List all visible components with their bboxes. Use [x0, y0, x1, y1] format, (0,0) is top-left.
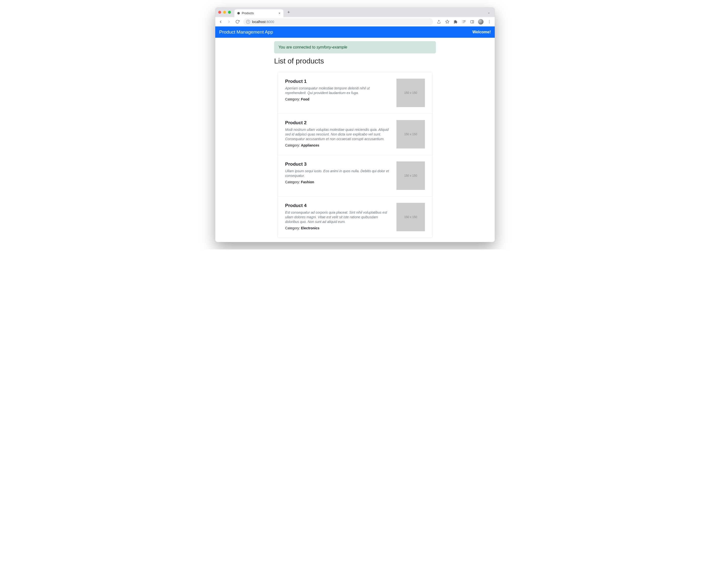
new-tab-button[interactable]: + — [285, 10, 292, 15]
product-row: Product 4Est consequatur ad corporis qui… — [278, 196, 432, 238]
tab-favicon-icon — [237, 12, 240, 15]
category-label: Category: — [285, 143, 301, 147]
category-label: Category: — [285, 97, 301, 101]
reading-list-icon[interactable] — [462, 19, 466, 24]
window-zoom-icon[interactable] — [228, 11, 231, 14]
browser-window: Products × + ⌄ i localhost:8000 — [215, 7, 495, 242]
product-description: Modi nostrum ullam voluptas molestiae qu… — [285, 127, 390, 141]
extensions-icon[interactable] — [453, 19, 458, 24]
share-icon[interactable] — [436, 19, 441, 24]
product-thumbnail-placeholder: 150 x 150 — [397, 162, 425, 190]
svg-rect-5 — [471, 20, 474, 23]
alert-prefix: You are connected to — [279, 45, 316, 49]
product-thumbnail-placeholder: 150 x 150 — [397, 203, 425, 231]
menu-kebab-icon[interactable]: ⋮ — [487, 19, 492, 24]
forward-button[interactable] — [227, 19, 232, 24]
url-host: localhost — [252, 20, 265, 24]
navbar-welcome: Welcome! — [472, 30, 491, 34]
product-description: Aperiam consequatur molestiae tempore de… — [285, 86, 390, 95]
tab-title: Products — [242, 11, 254, 15]
reload-button[interactable] — [235, 19, 240, 24]
address-bar[interactable]: i localhost:8000 — [243, 18, 433, 25]
product-row: Product 3Ullam ipsum sequi iusto. Eos an… — [278, 155, 432, 196]
category-value: Fashion — [301, 180, 314, 184]
traffic-lights — [218, 11, 231, 14]
product-title: Product 1 — [285, 79, 390, 84]
window-close-icon[interactable] — [218, 11, 221, 14]
product-description: Est consequatur ad corporis quia placeat… — [285, 210, 390, 224]
category-value: Food — [301, 97, 309, 101]
back-button[interactable] — [218, 19, 223, 24]
category-label: Category: — [285, 226, 301, 230]
success-alert: You are connected to symfony-example — [274, 41, 436, 53]
product-row: Product 2Modi nostrum ullam voluptas mol… — [278, 114, 432, 155]
product-title: Product 2 — [285, 120, 390, 125]
product-title: Product 4 — [285, 203, 390, 208]
main-container: You are connected to symfony-example Lis… — [274, 38, 436, 242]
window-minimize-icon[interactable] — [223, 11, 226, 14]
browser-toolbar: i localhost:8000 ⋮ — [215, 17, 495, 26]
url-port: :8000 — [265, 20, 274, 24]
category-value: Electronics — [301, 226, 320, 230]
product-title: Product 3 — [285, 162, 390, 167]
tab-close-icon[interactable]: × — [279, 11, 281, 15]
product-row: Product 1Aperiam consequatur molestiae t… — [278, 72, 432, 114]
navbar-brand[interactable]: Product Management App — [219, 29, 273, 35]
alert-database: symfony-example — [316, 45, 347, 49]
side-panel-icon[interactable] — [470, 19, 475, 24]
page-title: List of products — [274, 57, 436, 65]
browser-tab[interactable]: Products × — [234, 9, 283, 17]
page-viewport[interactable]: Product Management App Welcome! You are … — [215, 26, 495, 242]
toolbar-actions: ⋮ — [436, 19, 492, 24]
site-info-icon[interactable]: i — [246, 20, 250, 24]
product-description: Ullam ipsum sequi iusto. Eos animi in qu… — [285, 169, 390, 178]
bookmark-star-icon[interactable] — [445, 19, 450, 24]
category-value: Appliances — [301, 143, 320, 147]
titlebar: Products × + ⌄ — [215, 7, 495, 17]
tabs-chevron-down-icon[interactable]: ⌄ — [486, 10, 492, 14]
product-category: Category: Appliances — [285, 143, 390, 147]
category-label: Category: — [285, 180, 301, 184]
profile-avatar[interactable] — [478, 19, 483, 24]
product-thumbnail-placeholder: 150 x 150 — [397, 120, 425, 148]
app-navbar: Product Management App Welcome! — [215, 26, 495, 38]
product-list: Product 1Aperiam consequatur molestiae t… — [278, 72, 432, 238]
product-thumbnail-placeholder: 150 x 150 — [397, 79, 425, 107]
product-category: Category: Food — [285, 97, 390, 101]
product-category: Category: Fashion — [285, 180, 390, 184]
product-category: Category: Electronics — [285, 226, 390, 230]
svg-marker-1 — [446, 20, 449, 23]
